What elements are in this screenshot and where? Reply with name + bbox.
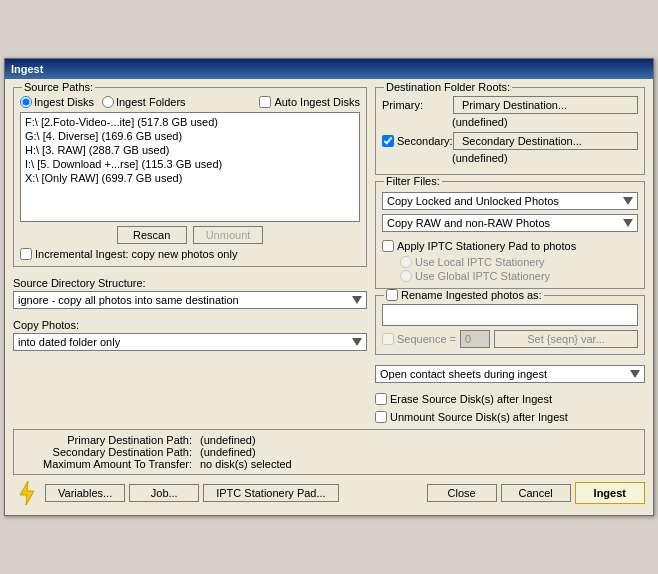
incremental-ingest-label[interactable]: Incremental Ingest: copy new photos only: [20, 248, 360, 260]
variables-button[interactable]: Variables...: [45, 484, 125, 502]
contact-sheets-select[interactable]: Open contact sheets during ingest Do not…: [375, 365, 645, 383]
primary-status-key: Primary Destination Path:: [22, 434, 192, 446]
ingest-window: Ingest Source Paths: Ingest Disks Inges: [4, 58, 654, 516]
iptc-apply-checkbox[interactable]: [382, 240, 394, 252]
seq-input[interactable]: [460, 330, 490, 348]
secondary-dest-button[interactable]: Secondary Destination...: [453, 132, 638, 150]
iptc-radio-group: Use Local IPTC Stationery Use Global IPT…: [400, 256, 638, 282]
secondary-check-label[interactable]: Secondary:: [382, 135, 447, 147]
erase-check-label[interactable]: Erase Source Disk(s) after Ingest: [375, 393, 645, 405]
rename-check-label[interactable]: Rename Ingested photos as:: [384, 289, 544, 301]
unmount-after-check-label[interactable]: Unmount Source Disk(s) after Ingest: [375, 411, 645, 423]
iptc-global-radio[interactable]: [400, 270, 412, 282]
secondary-status-key: Secondary Destination Path:: [22, 446, 192, 458]
source-paths-label: Source Paths:: [22, 81, 95, 93]
destination-folder-label: Destination Folder Roots:: [384, 81, 512, 93]
primary-undefined: (undefined): [452, 116, 638, 128]
seq-check-label[interactable]: Sequence =: [382, 333, 456, 345]
secondary-dest-row: Secondary: Secondary Destination...: [382, 132, 638, 150]
seq-checkbox[interactable]: [382, 333, 394, 345]
destination-folder-group: Destination Folder Roots: Primary: Prima…: [375, 87, 645, 175]
auto-ingest-checkbox[interactable]: [259, 96, 271, 108]
lightning-icon: [13, 479, 41, 507]
copy-photos-select[interactable]: into dated folder only: [13, 333, 367, 351]
secondary-status-val: (undefined): [200, 446, 256, 458]
rescan-button[interactable]: Rescan: [117, 226, 187, 244]
bottom-btn-row: Variables... Job... IPTC Stationery Pad.…: [13, 479, 645, 507]
primary-dest-button[interactable]: Primary Destination...: [453, 96, 638, 114]
title-bar: Ingest: [5, 59, 653, 79]
copy-photos-label: Copy Photos:: [13, 319, 367, 331]
rename-group: Rename Ingested photos as: Sequence = Se…: [375, 295, 645, 355]
auto-ingest-check-wrapper: Auto Ingest Disks: [259, 96, 360, 108]
job-button[interactable]: Job...: [129, 484, 199, 502]
auto-ingest-check-label[interactable]: Auto Ingest Disks: [259, 96, 360, 108]
svg-marker-0: [20, 481, 34, 505]
list-item[interactable]: G:\ [4. Diverse] (169.6 GB used): [23, 129, 357, 143]
source-dir-group: Source Directory Structure: ignore - cop…: [13, 277, 367, 309]
iptc-apply-label[interactable]: Apply IPTC Stationery Pad to photos: [382, 240, 638, 252]
primary-status-row: Primary Destination Path: (undefined): [22, 434, 636, 446]
seq-var-button[interactable]: Set {seqn} var...: [494, 330, 638, 348]
maximum-status-row: Maximum Amount To Transfer: no disk(s) s…: [22, 458, 636, 470]
incremental-ingest-checkbox[interactable]: [20, 248, 32, 260]
rename-checkbox[interactable]: [386, 289, 398, 301]
secondary-dest-checkbox[interactable]: [382, 135, 394, 147]
ingest-button[interactable]: Ingest: [575, 482, 645, 504]
status-panel: Primary Destination Path: (undefined) Se…: [13, 429, 645, 475]
unmount-button[interactable]: Unmount: [193, 226, 264, 244]
erase-checkbox[interactable]: [375, 393, 387, 405]
filter-select-1[interactable]: Copy Locked and Unlocked Photos Copy Unl…: [382, 192, 638, 210]
disk-button-row: Rescan Unmount: [20, 226, 360, 244]
disk-list[interactable]: F:\ [2.Foto-Video-...ite] (517.8 GB used…: [20, 112, 360, 222]
seq-row: Sequence = Set {seqn} var...: [382, 330, 638, 348]
bottom-section: Primary Destination Path: (undefined) Se…: [13, 429, 645, 507]
copy-photos-group: Copy Photos: into dated folder only: [13, 319, 367, 351]
source-paths-group: Source Paths: Ingest Disks Ingest Folder…: [13, 87, 367, 267]
close-button[interactable]: Close: [427, 484, 497, 502]
iptc-pad-button[interactable]: IPTC Stationery Pad...: [203, 484, 338, 502]
list-item[interactable]: F:\ [2.Foto-Video-...ite] (517.8 GB used…: [23, 115, 357, 129]
ingest-folders-radio-label[interactable]: Ingest Folders: [102, 96, 186, 108]
filter-select-2[interactable]: Copy RAW and non-RAW Photos Copy RAW Pho…: [382, 214, 638, 232]
source-type-row: Ingest Disks Ingest Folders Auto Ingest …: [20, 96, 360, 108]
filter-files-group: Filter Files: Copy Locked and Unlocked P…: [375, 181, 645, 289]
source-dir-select[interactable]: ignore - copy all photos into same desti…: [13, 291, 367, 309]
filter-files-label: Filter Files:: [384, 175, 442, 187]
iptc-local-radio[interactable]: [400, 256, 412, 268]
maximum-status-val: no disk(s) selected: [200, 458, 292, 470]
source-dir-label: Source Directory Structure:: [13, 277, 367, 289]
ingest-folders-radio[interactable]: [102, 96, 114, 108]
secondary-undefined: (undefined): [452, 152, 638, 164]
rename-input[interactable]: [382, 304, 638, 326]
iptc-global-label[interactable]: Use Global IPTC Stationery: [400, 270, 638, 282]
cancel-button[interactable]: Cancel: [501, 484, 571, 502]
unmount-after-checkbox[interactable]: [375, 411, 387, 423]
secondary-status-row: Secondary Destination Path: (undefined): [22, 446, 636, 458]
primary-dest-label: Primary:: [382, 99, 447, 111]
iptc-local-label[interactable]: Use Local IPTC Stationery: [400, 256, 638, 268]
ingest-disks-radio-label[interactable]: Ingest Disks: [20, 96, 94, 108]
primary-status-val: (undefined): [200, 434, 256, 446]
list-item[interactable]: X:\ [Only RAW] (699.7 GB used): [23, 171, 357, 185]
list-item[interactable]: I:\ [5. Download +...rse] (115.3 GB used…: [23, 157, 357, 171]
primary-dest-row: Primary: Primary Destination...: [382, 96, 638, 114]
maximum-status-key: Maximum Amount To Transfer:: [22, 458, 192, 470]
ingest-disks-radio[interactable]: [20, 96, 32, 108]
window-title: Ingest: [11, 63, 43, 75]
list-item[interactable]: H:\ [3. RAW] (288.7 GB used): [23, 143, 357, 157]
